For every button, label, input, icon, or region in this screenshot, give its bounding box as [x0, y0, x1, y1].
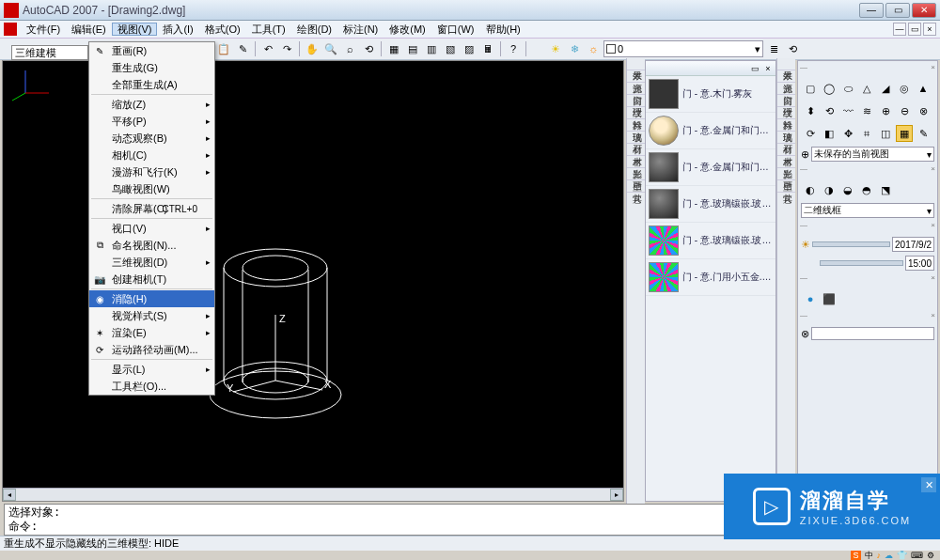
vertical-tab[interactable]: 纹理: [777, 95, 795, 107]
vertical-tab[interactable]: 效果: [627, 58, 645, 70]
menu-row[interactable]: 鸟瞰视图(W): [89, 180, 214, 197]
mdi-minimize[interactable]: —: [893, 23, 906, 36]
rp3-min-icon[interactable]: —: [800, 221, 807, 234]
tool-props-icon[interactable]: ▦: [385, 40, 402, 57]
material-item[interactable]: 门 - 意.玻璃镶嵌.玻璃...: [646, 186, 776, 223]
menu-row[interactable]: ◉消隐(H): [89, 290, 214, 307]
date-field[interactable]: 2017/9/2: [892, 237, 934, 252]
maximize-button[interactable]: ▭: [885, 3, 910, 18]
shade-combo[interactable]: 二维线框▾: [801, 203, 934, 218]
vertical-tab[interactable]: 玻璃: [777, 119, 795, 132]
close-button[interactable]: ✕: [912, 3, 936, 18]
rp2-close-icon[interactable]: ×: [931, 164, 935, 178]
ti-box-icon[interactable]: ▢: [802, 80, 819, 97]
layer-bulb-icon[interactable]: ☀: [547, 40, 564, 57]
canvas-scrollbar-h[interactable]: ◂ ▸: [3, 488, 623, 501]
vertical-tab[interactable]: 光源: [777, 70, 795, 83]
tool-zoom-win-icon[interactable]: ⌕: [341, 40, 358, 57]
menu-item[interactable]: 插入(I): [157, 23, 198, 36]
vertical-tab[interactable]: 门窗: [627, 83, 645, 95]
time-field[interactable]: 15:00: [905, 256, 934, 271]
menu-item[interactable]: 工具(T): [246, 23, 291, 36]
rp4-min-icon[interactable]: —: [800, 273, 807, 287]
layer-sun-icon[interactable]: ☼: [585, 40, 602, 57]
vertical-tab[interactable]: 光影: [777, 156, 795, 168]
scroll-left-btn[interactable]: ◂: [3, 489, 16, 501]
menu-item[interactable]: 视图(V): [112, 23, 158, 36]
mdi-close[interactable]: ×: [923, 23, 936, 36]
menu-item[interactable]: 编辑(E): [66, 23, 112, 36]
rp5-field[interactable]: [811, 327, 934, 340]
matpanel-close-icon[interactable]: ×: [762, 63, 774, 74]
ti-light-icon[interactable]: ●: [802, 290, 819, 307]
tool-markup-icon[interactable]: ▨: [461, 40, 478, 57]
ti-torus-icon[interactable]: ◎: [896, 80, 913, 97]
rp2-min-icon[interactable]: —: [800, 164, 807, 178]
ti-vs4-icon[interactable]: ◓: [858, 181, 875, 198]
menu-item[interactable]: 帮助(H): [480, 23, 526, 36]
ti-revolve-icon[interactable]: ⟲: [821, 102, 838, 119]
vertical-tab[interactable]: 壁画: [777, 168, 795, 180]
material-item[interactable]: 门 - 意.玻璃镶嵌.玻璃...: [646, 223, 776, 259]
menu-row[interactable]: 相机(C)▸: [89, 147, 214, 163]
ti-slice-icon[interactable]: ◫: [877, 125, 894, 142]
tool-sheet-icon[interactable]: ▧: [442, 40, 459, 57]
ti-3dor-icon[interactable]: ⟳: [802, 125, 819, 142]
rp5-close-icon[interactable]: ×: [931, 311, 935, 324]
tray-icon-1[interactable]: 中: [865, 550, 873, 561]
menu-item[interactable]: 绘图(D): [291, 23, 337, 36]
ti-vs5-icon[interactable]: ⬔: [877, 181, 894, 198]
vertical-tab[interactable]: 玻璃: [627, 119, 645, 132]
vertical-tab[interactable]: 光源: [627, 70, 645, 83]
ti-cyl-icon[interactable]: ⬭: [839, 80, 856, 97]
material-item[interactable]: 门 - 意.门用小五金.铬...: [646, 259, 776, 296]
ti-cone-icon[interactable]: △: [858, 80, 875, 97]
menu-row[interactable]: ⟳运动路径动画(M)...: [89, 341, 214, 358]
matpanel-tool-icon[interactable]: ▭: [749, 63, 760, 74]
ti-sun-icon[interactable]: ☀: [801, 239, 810, 251]
layer-freeze-icon[interactable]: ❄: [566, 40, 583, 57]
rp-close-icon[interactable]: ×: [931, 63, 935, 76]
time-slider[interactable]: [820, 260, 903, 266]
vertical-tab[interactable]: 其它: [627, 180, 645, 193]
menu-row[interactable]: 工具栏(O)...: [89, 378, 214, 395]
layer-prev-icon[interactable]: ⟲: [784, 40, 801, 57]
menu-item[interactable]: 文件(F): [21, 23, 66, 36]
watermark-close-icon[interactable]: ✕: [921, 477, 936, 492]
tool-calc-icon[interactable]: 🖩: [479, 40, 496, 57]
tool-palette-icon[interactable]: ▥: [423, 40, 440, 57]
ti-collapse-icon[interactable]: ⊗: [801, 328, 809, 340]
menu-item[interactable]: 修改(M): [384, 23, 431, 36]
menu-row[interactable]: 缩放(Z)▸: [89, 96, 214, 113]
vertical-tab[interactable]: 效果: [777, 58, 795, 70]
vertical-tab[interactable]: 门窗: [777, 83, 795, 95]
menu-row[interactable]: 清除屏幕(C)CTRL+0: [89, 200, 214, 217]
rp4-close-icon[interactable]: ×: [931, 273, 935, 287]
vertical-tab[interactable]: 涂料: [777, 107, 795, 119]
menu-row[interactable]: 显示(L)▸: [89, 361, 214, 378]
ti-extrude-icon[interactable]: ⬍: [802, 102, 819, 119]
ti-wedge-icon[interactable]: ◢: [877, 80, 894, 97]
vertical-tab[interactable]: 纹理: [627, 95, 645, 107]
menu-item[interactable]: 标注(N): [337, 23, 384, 36]
tray-icon-3[interactable]: ☁: [885, 551, 893, 560]
vertical-tab[interactable]: 木材: [627, 144, 645, 156]
vertical-tab[interactable]: 木材: [777, 144, 795, 156]
rp5-min-icon[interactable]: —: [800, 311, 807, 324]
sun-slider[interactable]: [812, 241, 890, 247]
minimize-button[interactable]: —: [859, 3, 884, 18]
ti-sphere-icon[interactable]: ◯: [821, 80, 838, 97]
menu-row[interactable]: 三维视图(D)▸: [89, 254, 214, 271]
vertical-tab[interactable]: 涂料: [627, 107, 645, 119]
menu-row[interactable]: ✶渲染(E)▸: [89, 324, 214, 341]
menu-item[interactable]: 窗口(W): [431, 23, 480, 36]
vertical-tab[interactable]: 石材: [627, 132, 645, 144]
layer-states-icon[interactable]: ≣: [765, 40, 782, 57]
vertical-tab[interactable]: 光影: [627, 156, 645, 168]
tray-icon-6[interactable]: ⚙: [927, 551, 934, 560]
tool-pan-icon[interactable]: ✋: [304, 40, 321, 57]
tray-ime-icon[interactable]: S: [851, 551, 860, 560]
menu-row[interactable]: ⧉命名视图(N)...: [89, 237, 214, 254]
ti-union-icon[interactable]: ⊕: [877, 102, 894, 119]
ti-pyr-icon[interactable]: ▲: [915, 80, 932, 97]
